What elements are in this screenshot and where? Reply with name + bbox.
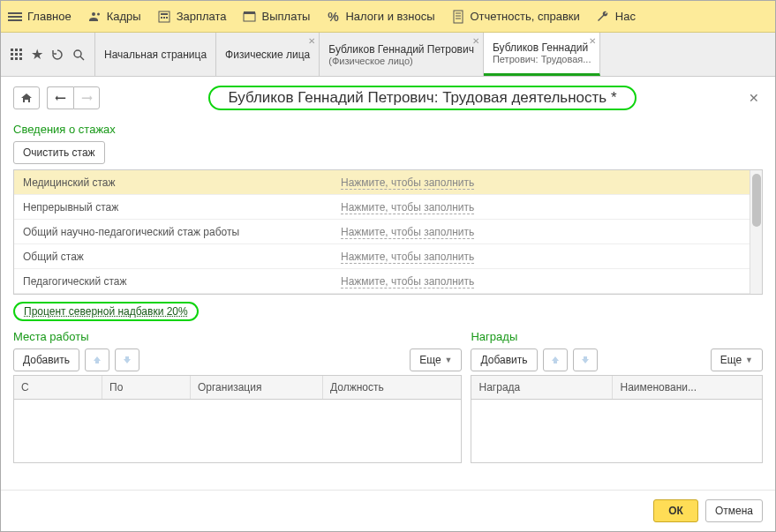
more-label: Еще <box>419 354 441 366</box>
menu-zarplata-label: Зарплата <box>177 10 227 23</box>
menu-settings[interactable]: Нас <box>596 10 636 24</box>
apps-icon[interactable] <box>10 48 24 62</box>
svg-rect-4 <box>166 17 168 19</box>
menu-vyplaty-label: Выплаты <box>262 10 311 23</box>
awards-toolbar: Добавить Еще ▼ <box>471 348 763 371</box>
stazh-name: Общий стаж <box>14 247 332 266</box>
col-from: С <box>14 376 102 399</box>
svg-line-21 <box>80 56 84 60</box>
tab-labor-activity[interactable]: Бубликов Геннадий Петрович: Трудовая... … <box>484 33 601 76</box>
close-icon[interactable]: ✕ <box>472 36 479 46</box>
calculator-icon <box>157 10 171 24</box>
menu-zarplata[interactable]: Зарплата <box>157 10 227 24</box>
fill-link[interactable]: Нажмите, чтобы заполнить <box>341 226 474 239</box>
back-forward-group: 🠔 🠖 <box>47 86 100 109</box>
ok-button[interactable]: ОК <box>653 499 698 522</box>
menu-nalogi-label: Налоги и взносы <box>345 10 434 23</box>
table-header: Награда Наименовани... <box>471 376 762 400</box>
close-icon[interactable]: ✕ <box>589 36 596 46</box>
col-award-name: Наименовани... <box>613 376 762 399</box>
menu-settings-label: Нас <box>615 10 636 23</box>
back-button[interactable]: 🠔 <box>47 86 73 109</box>
tab-person-label2: (Физическое лицо) <box>328 56 474 66</box>
table-header: С По Организация Должность <box>14 376 461 400</box>
tab-person-card[interactable]: Бубликов Геннадий Петрович (Физическое л… <box>320 33 484 76</box>
svg-rect-3 <box>163 17 165 19</box>
move-down-button[interactable] <box>115 348 139 371</box>
home-button[interactable] <box>13 86 40 109</box>
stazh-row[interactable]: Общий стаж Нажмите, чтобы заполнить <box>14 244 750 269</box>
menu-kadry[interactable]: Кадры <box>87 10 141 24</box>
tabs-bar: ★ Начальная страница Физические лица ✕ Б… <box>1 33 775 77</box>
more-workplaces-button[interactable]: Еще ▼ <box>410 348 462 371</box>
svg-point-20 <box>74 50 81 57</box>
arrow-up-icon <box>550 355 561 365</box>
clear-stazh-button[interactable]: Очистить стаж <box>13 141 105 164</box>
svg-rect-6 <box>244 11 255 14</box>
northern-allowance-link[interactable]: Процент северной надбавки 20% <box>13 305 199 318</box>
col-org: Организация <box>191 376 323 399</box>
move-up-button[interactable] <box>543 348 568 371</box>
stazh-row[interactable]: Непрерывный стаж Нажмите, чтобы заполнит… <box>14 195 750 220</box>
workplaces-table[interactable]: С По Организация Должность <box>13 375 462 463</box>
svg-rect-13 <box>19 49 22 51</box>
scrollbar-thumb[interactable] <box>752 174 761 227</box>
arrow-up-icon <box>92 355 102 365</box>
fill-link[interactable]: Нажмите, чтобы заполнить <box>341 201 474 214</box>
tab-persons-label: Физические лица <box>225 49 310 61</box>
fill-link[interactable]: Нажмите, чтобы заполнить <box>341 176 474 190</box>
stazh-row[interactable]: Общий научно-педагогический стаж работы … <box>14 220 750 244</box>
tab-labor-label1: Бубликов Геннадий <box>493 41 591 54</box>
page-title-text: Бубликов Геннадий Петрович: Трудовая дея… <box>208 86 636 110</box>
stazh-name: Педагогический стаж <box>14 272 332 291</box>
awards-table[interactable]: Награда Наименовани... <box>471 375 763 463</box>
svg-rect-2 <box>161 17 162 19</box>
add-award-button[interactable]: Добавить <box>471 348 537 371</box>
svg-rect-11 <box>11 49 13 51</box>
move-down-button[interactable] <box>573 348 598 371</box>
move-up-button[interactable] <box>85 348 109 371</box>
svg-rect-14 <box>11 53 13 56</box>
close-icon[interactable]: ✕ <box>308 36 315 46</box>
home-icon <box>20 92 33 104</box>
svg-rect-19 <box>19 57 22 60</box>
col-position: Должность <box>323 376 461 399</box>
forward-button[interactable]: 🠖 <box>73 86 100 109</box>
cancel-button[interactable]: Отмена <box>705 499 763 522</box>
menu-vyplaty[interactable]: Выплаты <box>243 10 311 24</box>
svg-rect-1 <box>161 13 168 15</box>
history-icon[interactable] <box>50 48 64 62</box>
menu-main-label: Главное <box>27 10 72 23</box>
fill-link[interactable]: Нажмите, чтобы заполнить <box>341 275 474 288</box>
add-workplace-button[interactable]: Добавить <box>13 348 79 371</box>
arrow-down-icon <box>122 355 132 365</box>
menu-nalogi[interactable]: % Налоги и взносы <box>326 10 434 24</box>
menu-otchet[interactable]: Отчетность, справки <box>451 10 580 24</box>
chevron-down-icon: ▼ <box>745 356 753 364</box>
tab-persons[interactable]: Физические лица ✕ <box>216 33 320 76</box>
main-menu-bar: Главное Кадры Зарплата Выплаты % Налоги … <box>1 1 775 33</box>
stazh-scrollbar[interactable] <box>750 170 762 294</box>
hamburger-menu[interactable]: Главное <box>8 10 72 24</box>
more-label: Еще <box>720 354 742 366</box>
fill-link[interactable]: Нажмите, чтобы заполнить <box>341 251 474 264</box>
wallet-icon <box>243 10 257 24</box>
menu-otchet-label: Отчетность, справки <box>471 10 580 23</box>
stazh-name: Медицинский стаж <box>14 173 332 192</box>
col-to: По <box>102 376 191 399</box>
col-award: Награда <box>471 376 613 399</box>
search-icon[interactable] <box>72 48 86 62</box>
star-icon[interactable]: ★ <box>31 46 43 63</box>
chevron-down-icon: ▼ <box>445 356 453 364</box>
more-awards-button[interactable]: Еще ▼ <box>711 348 763 371</box>
workplaces-column: Места работы Добавить Еще ▼ С По Организ… <box>13 325 462 463</box>
stazh-section: Сведения о стажах Очистить стаж Медицинс… <box>1 114 775 298</box>
percent-icon: % <box>326 10 340 24</box>
close-page-button[interactable]: ✕ <box>745 91 763 105</box>
tab-labor-label2: Петрович: Трудовая... <box>493 54 591 64</box>
tab-home[interactable]: Начальная страница <box>95 33 216 76</box>
stazh-row[interactable]: Медицинский стаж Нажмите, чтобы заполнит… <box>14 170 750 195</box>
people-icon <box>87 10 102 24</box>
stazh-row[interactable]: Педагогический стаж Нажмите, чтобы запол… <box>14 269 750 294</box>
awards-title: Награды <box>471 330 763 343</box>
